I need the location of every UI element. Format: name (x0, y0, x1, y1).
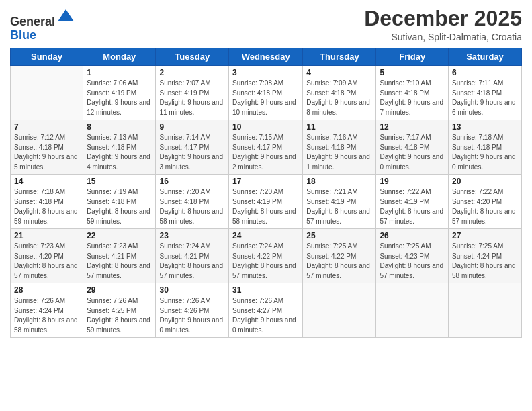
calendar-table: Sunday Monday Tuesday Wednesday Thursday… (10, 48, 522, 338)
day-info: Sunrise: 7:10 AMSunset: 4:18 PMDaylight:… (380, 79, 445, 118)
calendar-week-row: 1Sunrise: 7:06 AMSunset: 4:19 PMDaylight… (11, 66, 522, 120)
day-number: 19 (380, 177, 445, 186)
calendar-cell (449, 283, 522, 338)
day-number: 3 (232, 68, 299, 77)
day-info: Sunrise: 7:22 AMSunset: 4:19 PMDaylight:… (380, 187, 445, 226)
day-number: 13 (452, 122, 518, 132)
calendar-cell: 12Sunrise: 7:17 AMSunset: 4:18 PMDayligh… (376, 120, 449, 175)
day-info: Sunrise: 7:18 AMSunset: 4:18 PMDaylight:… (14, 187, 79, 226)
day-info: Sunrise: 7:15 AMSunset: 4:17 PMDaylight:… (232, 133, 299, 172)
calendar-cell: 10Sunrise: 7:15 AMSunset: 4:17 PMDayligh… (229, 120, 303, 175)
day-number: 18 (306, 177, 372, 186)
day-number: 23 (159, 231, 225, 240)
day-info: Sunrise: 7:25 AMSunset: 4:23 PMDaylight:… (380, 242, 445, 281)
day-number: 31 (232, 285, 299, 295)
calendar-week-row: 14Sunrise: 7:18 AMSunset: 4:18 PMDayligh… (11, 175, 522, 229)
month-title: December 2025 (364, 7, 522, 30)
day-number: 17 (232, 177, 299, 186)
calendar-cell: 8Sunrise: 7:13 AMSunset: 4:18 PMDaylight… (83, 120, 156, 175)
day-number: 11 (306, 122, 372, 132)
location-subtitle: Sutivan, Split-Dalmatia, Croatia (364, 32, 522, 42)
calendar-cell: 25Sunrise: 7:25 AMSunset: 4:22 PMDayligh… (303, 229, 376, 283)
svg-marker-0 (58, 9, 74, 21)
day-number: 30 (159, 285, 225, 295)
day-number: 10 (232, 122, 299, 132)
calendar-cell: 24Sunrise: 7:24 AMSunset: 4:22 PMDayligh… (229, 229, 303, 283)
day-number: 21 (14, 231, 79, 240)
calendar-cell: 27Sunrise: 7:25 AMSunset: 4:24 PMDayligh… (449, 229, 522, 283)
calendar-cell: 22Sunrise: 7:23 AMSunset: 4:21 PMDayligh… (83, 229, 156, 283)
logo-blue: Blue (10, 28, 36, 42)
logo-icon (56, 7, 75, 26)
day-number: 1 (87, 68, 152, 77)
calendar-header-row: Sunday Monday Tuesday Wednesday Thursday… (11, 48, 522, 66)
day-info: Sunrise: 7:26 AMSunset: 4:26 PMDaylight:… (159, 296, 225, 335)
day-number: 28 (14, 285, 79, 295)
calendar-cell: 30Sunrise: 7:26 AMSunset: 4:26 PMDayligh… (156, 283, 229, 338)
calendar-cell: 7Sunrise: 7:12 AMSunset: 4:18 PMDaylight… (11, 120, 83, 175)
logo-general: General (10, 15, 55, 28)
day-number: 2 (159, 68, 225, 77)
calendar-cell: 11Sunrise: 7:16 AMSunset: 4:18 PMDayligh… (303, 120, 376, 175)
calendar-cell: 18Sunrise: 7:21 AMSunset: 4:19 PMDayligh… (303, 175, 376, 229)
calendar-cell (376, 283, 449, 338)
day-number: 26 (380, 231, 445, 240)
day-info: Sunrise: 7:12 AMSunset: 4:18 PMDaylight:… (14, 133, 79, 172)
day-number: 20 (452, 177, 518, 186)
day-number: 7 (14, 122, 79, 132)
calendar-cell: 15Sunrise: 7:19 AMSunset: 4:18 PMDayligh… (83, 175, 156, 229)
calendar-cell: 19Sunrise: 7:22 AMSunset: 4:19 PMDayligh… (376, 175, 449, 229)
calendar-cell: 21Sunrise: 7:23 AMSunset: 4:20 PMDayligh… (11, 229, 83, 283)
day-number: 4 (306, 68, 372, 77)
day-info: Sunrise: 7:20 AMSunset: 4:18 PMDaylight:… (159, 187, 225, 226)
calendar-cell: 28Sunrise: 7:26 AMSunset: 4:24 PMDayligh… (11, 283, 83, 338)
col-monday: Monday (83, 48, 156, 66)
day-info: Sunrise: 7:23 AMSunset: 4:20 PMDaylight:… (14, 242, 79, 281)
calendar-cell: 6Sunrise: 7:11 AMSunset: 4:18 PMDaylight… (449, 66, 522, 120)
day-info: Sunrise: 7:16 AMSunset: 4:18 PMDaylight:… (306, 133, 372, 172)
calendar-cell: 3Sunrise: 7:08 AMSunset: 4:18 PMDaylight… (229, 66, 303, 120)
day-info: Sunrise: 7:17 AMSunset: 4:18 PMDaylight:… (380, 133, 445, 172)
day-number: 16 (159, 177, 225, 186)
day-number: 27 (452, 231, 518, 240)
day-info: Sunrise: 7:25 AMSunset: 4:24 PMDaylight:… (452, 242, 518, 281)
day-number: 8 (87, 122, 152, 132)
day-info: Sunrise: 7:13 AMSunset: 4:18 PMDaylight:… (87, 133, 152, 172)
calendar-cell: 20Sunrise: 7:22 AMSunset: 4:20 PMDayligh… (449, 175, 522, 229)
header: General Blue December 2025 Sutivan, Spli… (10, 7, 522, 42)
day-info: Sunrise: 7:23 AMSunset: 4:21 PMDaylight:… (87, 242, 152, 281)
day-number: 24 (232, 231, 299, 240)
calendar-week-row: 21Sunrise: 7:23 AMSunset: 4:20 PMDayligh… (11, 229, 522, 283)
day-number: 9 (159, 122, 225, 132)
day-info: Sunrise: 7:14 AMSunset: 4:17 PMDaylight:… (159, 133, 225, 172)
day-info: Sunrise: 7:18 AMSunset: 4:18 PMDaylight:… (452, 133, 518, 172)
day-info: Sunrise: 7:09 AMSunset: 4:18 PMDaylight:… (306, 79, 372, 118)
day-number: 25 (306, 231, 372, 240)
col-friday: Friday (376, 48, 449, 66)
calendar-cell: 9Sunrise: 7:14 AMSunset: 4:17 PMDaylight… (156, 120, 229, 175)
day-info: Sunrise: 7:20 AMSunset: 4:19 PMDaylight:… (232, 187, 299, 226)
title-area: December 2025 Sutivan, Split-Dalmatia, C… (364, 7, 522, 42)
logo: General Blue (10, 7, 75, 42)
day-info: Sunrise: 7:26 AMSunset: 4:27 PMDaylight:… (232, 296, 299, 335)
day-info: Sunrise: 7:21 AMSunset: 4:19 PMDaylight:… (306, 187, 372, 226)
calendar-week-row: 28Sunrise: 7:26 AMSunset: 4:24 PMDayligh… (11, 283, 522, 338)
calendar-cell: 5Sunrise: 7:10 AMSunset: 4:18 PMDaylight… (376, 66, 449, 120)
col-sunday: Sunday (11, 48, 83, 66)
calendar-cell: 1Sunrise: 7:06 AMSunset: 4:19 PMDaylight… (83, 66, 156, 120)
day-number: 29 (87, 285, 152, 295)
calendar-cell (11, 66, 83, 120)
day-info: Sunrise: 7:07 AMSunset: 4:19 PMDaylight:… (159, 79, 225, 118)
calendar-cell: 14Sunrise: 7:18 AMSunset: 4:18 PMDayligh… (11, 175, 83, 229)
col-wednesday: Wednesday (229, 48, 303, 66)
main-container: General Blue December 2025 Sutivan, Spli… (0, 0, 532, 411)
calendar-cell: 29Sunrise: 7:26 AMSunset: 4:25 PMDayligh… (83, 283, 156, 338)
day-info: Sunrise: 7:08 AMSunset: 4:18 PMDaylight:… (232, 79, 299, 118)
day-number: 12 (380, 122, 445, 132)
day-info: Sunrise: 7:11 AMSunset: 4:18 PMDaylight:… (452, 79, 518, 118)
calendar-cell: 23Sunrise: 7:24 AMSunset: 4:21 PMDayligh… (156, 229, 229, 283)
day-info: Sunrise: 7:25 AMSunset: 4:22 PMDaylight:… (306, 242, 372, 281)
day-info: Sunrise: 7:19 AMSunset: 4:18 PMDaylight:… (87, 187, 152, 226)
day-number: 14 (14, 177, 79, 186)
calendar-cell: 17Sunrise: 7:20 AMSunset: 4:19 PMDayligh… (229, 175, 303, 229)
